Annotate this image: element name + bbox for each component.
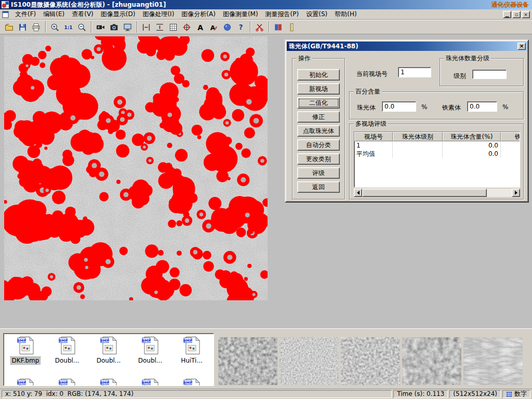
grid-header-cell[interactable]: 视场号: [354, 132, 393, 141]
file-label[interactable]: Doubl...: [96, 357, 122, 364]
svg-text:BMP: BMP: [59, 339, 68, 343]
menu-item[interactable]: 测量报告(P): [262, 9, 303, 20]
zoom-out-button[interactable]: [75, 21, 88, 34]
ruler-button[interactable]: [285, 21, 298, 34]
file-label[interactable]: Doubl...: [54, 357, 81, 364]
actual-size-button[interactable]: 1:1: [62, 21, 75, 34]
menu-item[interactable]: 图像测量(M): [219, 9, 262, 20]
menu-item[interactable]: 设置(S): [302, 9, 331, 20]
grid-cell: [393, 150, 443, 158]
ferrite-unit: %: [502, 103, 508, 111]
close-button[interactable]: ×: [522, 11, 530, 18]
operation-button[interactable]: 自动分类: [297, 139, 340, 151]
save-button[interactable]: [16, 21, 29, 34]
menu-item[interactable]: 文件(F): [11, 9, 39, 20]
grid-frame-button[interactable]: [167, 21, 180, 34]
file-item[interactable]: BMP: [89, 378, 128, 386]
restore-button[interactable]: ▫: [512, 11, 521, 18]
menu-item[interactable]: 图像处理(I): [139, 9, 178, 20]
thumbnail-image[interactable]: [280, 337, 339, 385]
print-button[interactable]: [30, 21, 43, 34]
operation-button[interactable]: 初始化: [297, 69, 340, 81]
current-field-input[interactable]: [398, 67, 431, 77]
color-marker-button[interactable]: [272, 21, 285, 34]
help-button[interactable]: ?: [234, 21, 247, 34]
menu-item[interactable]: 图像分析(A): [178, 9, 219, 20]
menu-item[interactable]: 图像显示(D): [97, 9, 139, 20]
horizontal-scrollbar[interactable]: [354, 189, 520, 197]
operation-button[interactable]: 更改类别: [297, 153, 340, 165]
rating-table[interactable]: 视场号珠光体级别珠光体含量(%)铁素 10.0平均值0.0: [354, 131, 520, 188]
text-edit-button[interactable]: A: [207, 21, 220, 34]
level-input[interactable]: [472, 70, 507, 79]
scroll-track[interactable]: [362, 189, 512, 197]
grid-header-cell[interactable]: 铁素: [501, 132, 520, 141]
file-label[interactable]: Doubl...: [137, 357, 164, 364]
bmp-file-icon: BMP: [142, 336, 159, 355]
svg-text:1:1: 1:1: [64, 25, 72, 30]
open-button[interactable]: [3, 21, 16, 34]
grid-cell: 1: [354, 141, 393, 150]
palette-button[interactable]: [221, 21, 234, 34]
table-row[interactable]: 平均值0.0: [354, 150, 520, 158]
save-icon: [18, 23, 27, 32]
file-item[interactable]: BMPDoubl...: [89, 336, 128, 364]
caliper-vertical-button[interactable]: [153, 21, 166, 34]
zoom-in-button[interactable]: [48, 21, 61, 34]
cut-button[interactable]: [253, 21, 266, 34]
thumbnail-image[interactable]: [341, 337, 400, 385]
file-item[interactable]: BMP: [47, 378, 87, 386]
grid-frame-icon: [169, 23, 178, 32]
crosshair-button[interactable]: [180, 21, 193, 34]
help-icon: ?: [236, 23, 245, 32]
toolbar-separator: [45, 21, 46, 33]
camera-button[interactable]: [108, 21, 121, 34]
file-item[interactable]: BMPDoubl...: [47, 336, 87, 364]
grading-group: 珠光体数量分级 级别: [440, 58, 524, 86]
file-label[interactable]: HuiTi...: [180, 357, 204, 364]
file-list[interactable]: BMPDKF.bmpBMPDoubl...BMPDoubl...BMPDoubl…: [3, 333, 214, 386]
menu-item[interactable]: 查看(V): [68, 9, 97, 20]
thumbnail-image[interactable]: [463, 337, 523, 385]
scroll-thumb[interactable]: [362, 189, 487, 197]
operation-button[interactable]: 评级: [297, 167, 340, 179]
dialog-close-button[interactable]: ×: [517, 43, 526, 50]
thumbnail-image[interactable]: [402, 337, 461, 385]
menu-item[interactable]: 帮助(H): [331, 9, 360, 20]
scroll-left-button[interactable]: [354, 189, 362, 197]
child-window-icon[interactable]: [2, 11, 10, 18]
file-item[interactable]: BMPHuiTi...: [172, 336, 211, 364]
title-bar[interactable]: IS100显微摄像系统(金相分析版) - [zhuguangti01] 通化仪器…: [0, 0, 532, 9]
micrograph-image[interactable]: [4, 36, 268, 300]
toolbar: 1:1AA?: [0, 20, 532, 34]
operation-button[interactable]: 点取珠光体: [297, 125, 340, 137]
dialog-title-bar[interactable]: 珠光体(GB/T9441-88) ×: [287, 42, 527, 51]
grid-cell: 0.0: [443, 141, 501, 150]
grid-header-cell[interactable]: 珠光体级别: [393, 132, 443, 141]
caliper-horizontal-button[interactable]: [140, 21, 153, 34]
window-title: IS100显微摄像系统(金相分析版) - [zhuguangti01]: [11, 0, 166, 9]
text-button[interactable]: A: [194, 21, 207, 34]
operation-button[interactable]: 新视场: [297, 83, 340, 95]
file-item[interactable]: BMPDoubl...: [130, 336, 170, 364]
video-camera-button[interactable]: [94, 21, 107, 34]
table-row[interactable]: 10.0: [354, 141, 520, 150]
operation-button[interactable]: 修正: [297, 111, 340, 123]
menu-item[interactable]: 编辑(E): [39, 9, 68, 20]
file-item[interactable]: BMPDKF.bmp: [6, 336, 45, 364]
file-item[interactable]: BMP: [6, 378, 45, 386]
ferrite-input[interactable]: [467, 101, 497, 112]
minimize-button[interactable]: ▁: [503, 11, 511, 18]
scroll-right-button[interactable]: [512, 189, 520, 197]
thumbnail-image[interactable]: [218, 337, 277, 385]
file-item[interactable]: BMP: [130, 378, 170, 386]
grid-header-cell[interactable]: 珠光体含量(%): [443, 132, 501, 141]
operation-button[interactable]: 返回: [297, 181, 340, 193]
camera-icon: [110, 23, 118, 32]
file-label[interactable]: DKF.bmp: [11, 357, 41, 364]
file-item[interactable]: BMP: [172, 378, 211, 386]
display-button[interactable]: [121, 21, 134, 34]
operation-button[interactable]: 二值化: [297, 97, 340, 109]
actual-size-icon: 1:1: [64, 23, 73, 32]
pearlite-input[interactable]: [382, 101, 416, 112]
